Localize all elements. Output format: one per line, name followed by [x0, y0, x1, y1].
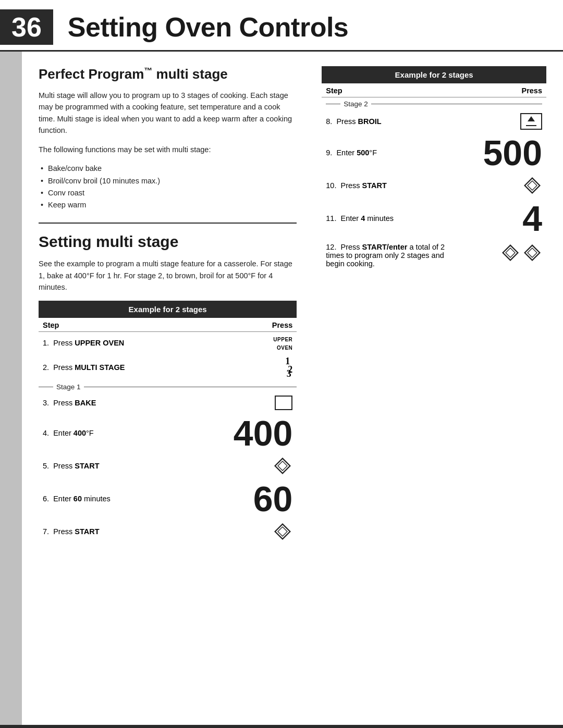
step-5: 5. Press START	[39, 453, 206, 478]
step-10: 10. Press START	[322, 173, 456, 198]
right-col-press: Press	[457, 83, 546, 97]
press-4-400: 400	[206, 413, 297, 453]
content-area: Perfect Program™ multi stage Multi stage…	[22, 52, 563, 725]
step-8: 8. Press BROIL	[322, 110, 456, 132]
stage-1-text: Stage 1	[56, 383, 81, 391]
press-3-bake	[206, 393, 297, 413]
press-7-start	[206, 519, 297, 544]
svg-marker-8	[525, 245, 540, 261]
svg-marker-7	[506, 248, 515, 257]
table-row: 10. Press START	[322, 173, 546, 198]
page-header: 36 Setting Oven Controls	[0, 0, 563, 52]
left-column: Perfect Program™ multi stage Multi stage…	[22, 66, 305, 725]
start-icon-3	[522, 176, 542, 195]
press-12-double-start	[457, 239, 546, 270]
step-1: 1. Press UPPER OVEN	[39, 331, 206, 354]
bullet-bake-conv-bake: Bake/conv bake	[39, 163, 297, 175]
double-start-icon	[500, 243, 542, 263]
table-row: 1. Press UPPER OVEN UPPEROVEN	[39, 331, 297, 354]
multi-stage-heading: Setting multi stage	[39, 223, 297, 251]
functions-list: Bake/conv bake Broil/conv broil (10 minu…	[39, 163, 297, 211]
multi-stage-icon: 123	[285, 356, 292, 379]
start-icon-4b	[522, 243, 542, 263]
table-row: 6. Enter 60 minutes 60	[39, 478, 297, 519]
perfect-program-heading: Perfect Program™ multi stage	[39, 66, 297, 82]
number-4: 4	[522, 199, 542, 238]
press-5-start	[206, 453, 297, 478]
multi-stage-desc: See the example to program a multi stage…	[39, 258, 297, 293]
start-icon	[273, 456, 292, 476]
left-col-step: Step	[39, 318, 206, 332]
table-row: 5. Press START	[39, 453, 297, 478]
bake-icon	[275, 396, 292, 410]
upper-oven-icon: UPPEROVEN	[273, 337, 292, 351]
press-10-start	[457, 173, 546, 198]
broil-icon	[520, 113, 542, 130]
trademark: ™	[144, 66, 152, 75]
table-row: 7. Press START	[39, 519, 297, 544]
step-7: 7. Press START	[39, 519, 206, 544]
stage-1-label: Stage 1	[39, 381, 297, 393]
stage-1-divider: Stage 1	[39, 381, 297, 393]
press-2-multi-stage: 123	[206, 354, 297, 381]
right-example-table: Example for 2 stages Step Press Stage 2	[322, 66, 546, 270]
number-400: 400	[234, 413, 292, 453]
stage-2-label: Stage 2	[322, 97, 546, 111]
step-11: 11. Enter 4 minutes	[322, 198, 456, 239]
bullet-keep-warm: Keep warm	[39, 199, 297, 211]
svg-marker-6	[503, 245, 518, 261]
svg-marker-1	[278, 461, 287, 471]
left-table-header-row: Example for 2 stages	[39, 301, 297, 318]
table-row: 2. Press MULTI STAGE 123	[39, 354, 297, 381]
stage-2-text: Stage 2	[344, 100, 368, 108]
table-row: 4. Enter 400°F 400	[39, 413, 297, 453]
press-9-500: 500	[457, 132, 546, 173]
svg-marker-9	[528, 248, 537, 257]
press-11-4: 4	[457, 198, 546, 239]
table-row: 11. Enter 4 minutes 4	[322, 198, 546, 239]
step-12: 12. Press START/enter a total of 2 times…	[322, 239, 456, 270]
table-row: 9. Enter 500°F 500	[322, 132, 546, 173]
right-col-step: Step	[322, 83, 456, 97]
table-row: 12. Press START/enter a total of 2 times…	[322, 239, 546, 270]
svg-marker-3	[278, 527, 287, 536]
left-example-table: Example for 2 stages Step Press 1. Press…	[39, 301, 297, 545]
start-icon-2	[273, 522, 292, 541]
sidebar-stripe	[0, 52, 22, 725]
number-60: 60	[253, 479, 293, 519]
press-6-60: 60	[206, 478, 297, 519]
left-table-col-headers: Step Press	[39, 318, 297, 332]
page-footer	[0, 725, 563, 728]
intro-text: Multi stage will allow you to program up…	[39, 90, 297, 137]
svg-marker-5	[528, 181, 537, 190]
step-6: 6. Enter 60 minutes	[39, 478, 206, 519]
step-2: 2. Press MULTI STAGE	[39, 354, 206, 381]
table-row: 3. Press BAKE	[39, 393, 297, 413]
step-3: 3. Press BAKE	[39, 393, 206, 413]
stage-2-divider: Stage 2	[322, 97, 546, 111]
main-layout: Perfect Program™ multi stage Multi stage…	[0, 52, 563, 725]
svg-marker-2	[275, 524, 290, 539]
page-number: 36	[0, 9, 53, 45]
functions-intro: The following functions may be set with …	[39, 144, 297, 155]
table-row: 8. Press BROIL	[322, 110, 546, 132]
number-500: 500	[483, 133, 542, 172]
press-1-upper-oven: UPPEROVEN	[206, 331, 297, 354]
step-9: 9. Enter 500°F	[322, 132, 456, 173]
right-column: Example for 2 stages Step Press Stage 2	[322, 66, 563, 725]
start-icon-4a	[500, 243, 520, 263]
svg-marker-0	[275, 459, 290, 474]
bullet-broil-conv-broil: Broil/conv broil (10 minutes max.)	[39, 175, 297, 187]
page-title: Setting Oven Controls	[68, 11, 348, 43]
left-col-press: Press	[206, 318, 297, 332]
bullet-conv-roast: Conv roast	[39, 187, 297, 199]
step-4: 4. Enter 400°F	[39, 413, 206, 453]
svg-marker-4	[525, 178, 540, 193]
press-8-broil	[457, 110, 546, 132]
right-table-title: Example for 2 stages	[322, 66, 546, 83]
right-table-col-headers: Step Press	[322, 83, 546, 97]
right-table-header-row: Example for 2 stages	[322, 66, 546, 83]
left-table-title: Example for 2 stages	[39, 301, 297, 318]
